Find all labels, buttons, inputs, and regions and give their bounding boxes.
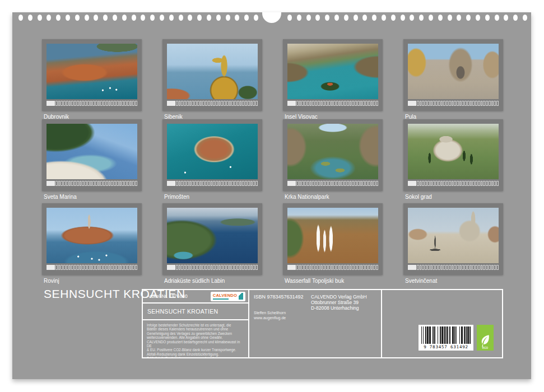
binding-hole [254,15,258,21]
binding-hole [235,15,239,21]
mini-month-box [287,181,296,186]
photo-rovinj [47,208,137,263]
legal-text: Infolge bestehender Schutzrechte ist es … [143,320,248,357]
calvendo-logo: CALVENDO [211,292,245,301]
thumbnail-row-1: Dubrovnik Sibenik Insel Visovac Pula [42,39,503,120]
photo-dubrovnik [47,44,137,99]
mini-calendar-strip [408,101,499,106]
thumbnail-caption: Sokol grad [403,194,503,200]
mini-calendar-strip [47,265,137,270]
mini-month-box [408,265,416,270]
binding-hole [438,15,443,21]
eco-label: eco [477,325,494,351]
binding-hole [85,15,89,21]
mini-month-box [287,101,296,106]
thumbnail-caption: Sveta Marina [42,194,142,200]
thumbnail-cell: Insel Visovac [283,39,383,120]
thumbnail-cell: Primošten [162,119,262,200]
calendar-thumbnail-card [283,119,383,191]
mini-month-box [408,181,416,186]
mini-month-box [408,101,416,106]
binding-hole [197,15,202,21]
binding-hole [132,15,136,21]
binding-hole [169,15,174,21]
binding-hole [66,15,70,21]
binding-hole [344,15,348,21]
binding-hole [382,15,386,21]
mini-calendar-strip [408,265,499,270]
calendar-thumbnail-card [283,203,383,275]
binding-hole [485,15,490,21]
mini-calendar-strip [167,101,258,106]
thumbnail-caption: Krka Nationalpark [283,194,383,200]
binding-hole [401,15,405,21]
publisher-address: CALVENDO Verlag GmbH Ottobrunner Straße … [311,294,367,311]
thumbnail-cell: Adriaküste südlich Labin [162,203,262,284]
binding-hole [504,15,508,21]
binding-hole [362,15,367,21]
binding-hole [419,15,424,21]
binding-hole [448,15,452,21]
mini-calendar-strip [167,265,258,270]
calvendo-logo-tagline [213,298,229,300]
photo-wasserfall-topoljski-buk [287,208,378,263]
mini-calendar-strip [287,181,378,186]
calendar-title: SEHNSUCHT KROATIEN [44,287,185,301]
hanger-notch [262,12,281,23]
photo-insel-visovac [287,44,378,99]
calendar-page: Dubrovnik Sibenik Insel Visovac Pula [12,12,531,379]
calendar-thumbnail-card [42,119,142,191]
binding-hole [306,15,311,21]
binding-hole [47,15,51,21]
calendar-thumbnail-card [42,39,142,111]
mini-calendar-strip [408,181,499,186]
mini-month-box [167,181,175,186]
mini-month-box [47,181,55,186]
photo-pula [408,44,499,99]
binding-hole [188,15,192,21]
thumbnail-caption: Primošten [162,194,262,200]
mini-calendar-strip [167,181,258,186]
thumbnail-caption: Adriaküste südlich Labin [162,278,262,284]
mini-month-box [287,265,296,270]
binding-hole [457,15,461,21]
calvendo-logo-text: CALVENDO [213,293,237,298]
binding-hole [94,15,98,21]
binding-hole [207,15,211,21]
thumbnail-cell: Rovinj [42,203,142,284]
mini-calendar-strip [287,265,378,270]
binding-hole [75,15,80,21]
binding-hole [315,15,320,21]
imprint-middle-column: ISBN 9783457631492 CALVENDO Verlag GmbH … [249,290,382,357]
binding-hole [495,15,499,21]
binding-hole [122,15,127,21]
photo-sveta-marina [47,124,137,179]
binding-hole [466,15,471,21]
calendar-thumbnail-card [403,119,503,191]
imprint-right-column: 9 783457 631492 eco [382,290,502,357]
thumbnail-caption: Rovinj [42,278,142,284]
thumbnail-row-2: Sveta Marina Primošten Krka Nationalpark… [42,119,503,200]
binding-hole [244,15,249,21]
barcode: 9 783457 631492 [419,325,473,351]
barcode-bars [421,326,471,344]
binding-hole [354,15,358,21]
calendar-thumbnail-card [162,203,262,275]
thumbnail-cell: Sveta Marina [42,119,142,200]
photo-sokol-grad [408,124,499,179]
mini-month-box [167,265,175,270]
mini-calendar-strip [47,101,137,106]
photo-krka-nationalpark [287,124,378,179]
binding-hole [103,15,108,21]
binding-hole [150,15,155,21]
binding-hole [113,15,117,21]
thumbnail-cell: Dubrovnik [42,39,142,120]
calendar-thumbnail-card [283,39,383,111]
photo-svetvincenat [408,208,499,263]
binding-hole [325,15,329,21]
isbn-number: ISBN 9783457631492 [254,294,304,300]
binding-hole [391,15,396,21]
binding-hole [226,15,230,21]
barcode-digits: 9 783457 631492 [421,344,471,349]
mini-calendar-strip [47,181,137,186]
